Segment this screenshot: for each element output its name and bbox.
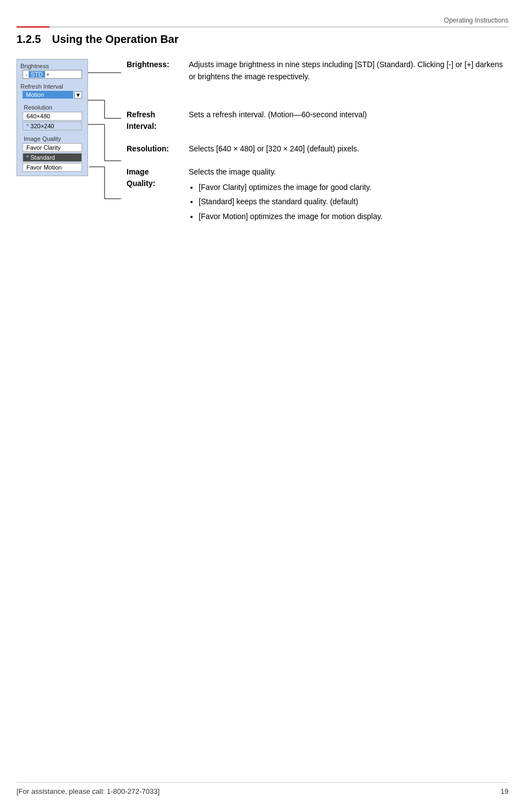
header-title: Operating Instructions [444,17,508,24]
res-320-text: 320×240 [30,123,54,129]
resolution-term: Resolution: [127,143,184,155]
header-line [17,26,508,28]
favor-clarity-text: Favor Clarity [26,144,61,151]
page-content: 1.2.5 Using the Operation Bar Brightness… [17,33,508,290]
resolution-def: Selects [640 × 480] or [320 × 240] (defa… [189,143,508,155]
motion-dropdown[interactable]: ▼ [74,91,82,99]
resolution-section: Resolution 640×480 * 320×240 [17,102,88,132]
descriptions: Brightness: Adjusts image brightness in … [121,59,508,235]
res-320-option[interactable]: * 320×240 [23,122,82,130]
refresh-term: RefreshInterval: [127,109,184,132]
res-320-asterisk: * [26,123,29,129]
standard-asterisk: * [26,154,29,161]
image-quality-label: Image Quality [20,135,84,143]
res-640-text: 640×480 [26,113,50,119]
brightness-control[interactable]: - STD + [23,70,82,79]
resolution-label: Resolution [20,103,84,111]
image-quality-term: ImageQuality: [127,166,184,226]
refresh-interval-label: Refresh Interval [20,83,84,90]
favor-clarity-option[interactable]: Favor Clarity [23,143,82,152]
brightness-label: Brightness [20,63,84,69]
brightness-term: Brightness: [127,59,184,83]
standard-text: Standard [30,154,55,161]
brightness-section: Brightness - STD + [17,62,88,80]
image-quality-section: Image Quality Favor Clarity * Standard F… [17,134,88,173]
bullet-favor-motion: [Favor Motion] optimizes the image for m… [199,211,508,223]
refresh-def: Sets a refresh interval. (Motion—60-seco… [189,109,508,132]
image-quality-intro: Selects the image quality. [189,167,276,176]
brightness-plus[interactable]: + [46,71,50,78]
brightness-desc: Brightness: Adjusts image brightness in … [127,59,508,83]
header: Operating Instructions [0,0,525,28]
favor-motion-option[interactable]: Favor Motion [23,163,82,172]
image-quality-def: Selects the image quality. [Favor Clarit… [189,166,508,226]
resolution-desc: Resolution: Selects [640 × 480] or [320 … [127,143,508,155]
brightness-def: Adjusts image brightness in nine steps i… [189,59,508,83]
image-quality-bullets: [Favor Clarity] optimizes the image for … [189,182,508,223]
connector-lines [88,59,121,290]
footer-page-number: 19 [501,787,508,795]
res-640-option[interactable]: 640×480 [23,112,82,121]
section-heading: 1.2.5 Using the Operation Bar [17,33,508,46]
motion-option[interactable]: Motion [23,91,73,99]
ui-panel: Brightness - STD + Refresh Interval Moti… [17,59,88,176]
refresh-desc: RefreshInterval: Sets a refresh interval… [127,109,508,132]
section-number: 1.2.5 [17,33,41,46]
brightness-minus[interactable]: - [25,71,28,78]
image-quality-desc: ImageQuality: Selects the image quality.… [127,166,508,226]
footer: [For assistance, please call: 1-800-272-… [17,782,508,795]
brightness-std: STD [29,71,45,78]
standard-option[interactable]: * Standard [23,153,82,162]
footer-assistance-text: [For assistance, please call: 1-800-272-… [17,787,160,795]
favor-motion-text: Favor Motion [26,164,62,171]
bullet-favor-clarity: [Favor Clarity] optimizes the image for … [199,182,508,194]
motion-row: Motion ▼ [23,91,82,99]
section-title: Using the Operation Bar [52,33,178,46]
bullet-standard: [Standard] keeps the standard quality. (… [199,196,508,208]
refresh-interval-section: Refresh Interval Motion ▼ [17,82,88,101]
